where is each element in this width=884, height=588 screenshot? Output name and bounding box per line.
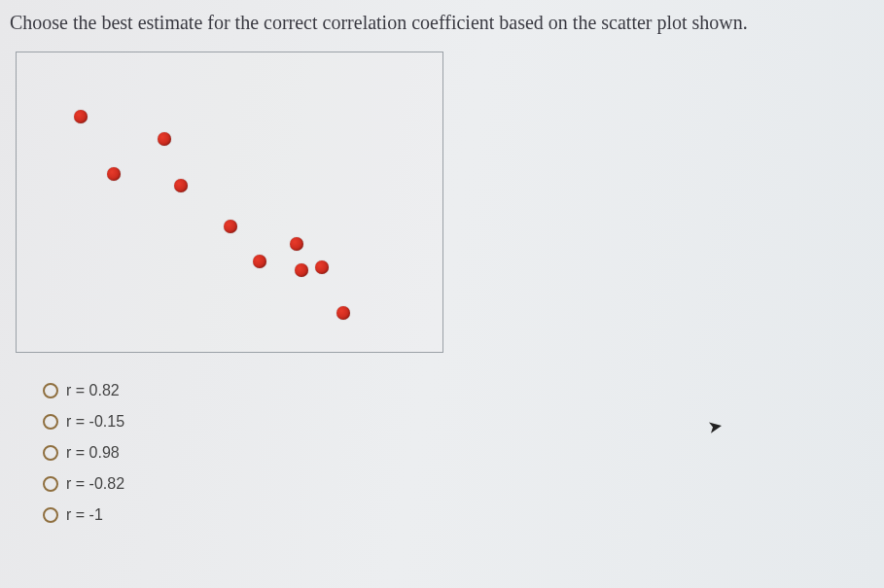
option-row[interactable]: r = -0.82: [43, 475, 874, 493]
scatter-point: [107, 167, 121, 181]
radio-icon[interactable]: [43, 507, 58, 523]
scatter-point: [290, 237, 303, 251]
option-row[interactable]: r = 0.82: [43, 382, 874, 399]
option-label: r = -0.15: [66, 413, 124, 431]
radio-icon[interactable]: [43, 414, 58, 430]
option-label: r = -1: [66, 506, 103, 524]
scatter-point: [336, 306, 350, 320]
radio-icon[interactable]: [43, 476, 58, 492]
answer-options: r = 0.82 r = -0.15 r = 0.98 r = -0.82 r …: [43, 382, 874, 524]
radio-icon[interactable]: [43, 445, 58, 461]
option-row[interactable]: r = -0.15: [43, 413, 874, 431]
option-label: r = 0.98: [66, 444, 120, 462]
scatter-point: [295, 263, 308, 277]
scatter-point: [158, 132, 171, 146]
scatter-point: [253, 255, 266, 268]
scatter-point: [224, 220, 237, 233]
option-label: r = 0.82: [66, 382, 120, 399]
scatter-point: [74, 110, 88, 123]
scatter-point: [315, 260, 329, 274]
option-row[interactable]: r = 0.98: [43, 444, 874, 462]
question-text: Choose the best estimate for the correct…: [10, 12, 874, 34]
scatter-point: [174, 179, 188, 192]
scatter-plot-frame: [16, 52, 443, 353]
option-label: r = -0.82: [66, 475, 124, 493]
option-row[interactable]: r = -1: [43, 506, 874, 524]
radio-icon[interactable]: [43, 383, 58, 398]
